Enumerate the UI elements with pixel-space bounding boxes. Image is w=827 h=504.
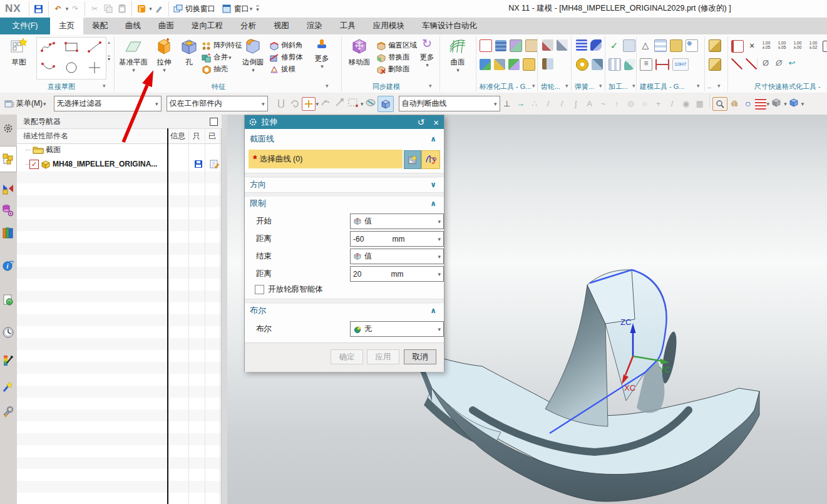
wireframe-view-icon[interactable]: [787, 98, 801, 110]
start-type-combo[interactable]: 值 ▾: [350, 213, 444, 229]
node-diagram-icon[interactable]: [686, 39, 698, 52]
grid-warn-icon[interactable]: [654, 39, 667, 52]
part-navigator-tab[interactable]: [0, 200, 16, 221]
open-profile-row[interactable]: 开放轮廓智能体: [255, 284, 323, 295]
extrude-dropdown-icon[interactable]: ▾: [163, 67, 166, 73]
start-distance-input[interactable]: -60 mm ▾: [350, 231, 444, 247]
line-icon[interactable]: [86, 39, 103, 56]
validate-check-icon[interactable]: ✓: [609, 40, 620, 51]
gc-tools-launcher-icon[interactable]: ▾: [532, 83, 535, 89]
save-icon[interactable]: [33, 2, 45, 16]
layered-doc-icon[interactable]: [510, 39, 522, 52]
shell-button[interactable]: 抽壳: [202, 63, 242, 75]
gold-box2-icon[interactable]: [709, 58, 721, 71]
stop-at-intersection-icon[interactable]: ⊥: [500, 99, 514, 108]
window-icon[interactable]: [221, 2, 234, 16]
machining-launcher-icon[interactable]: ▾: [632, 83, 635, 89]
format-brush-icon[interactable]: [153, 2, 165, 16]
selection-filter-combo[interactable]: 无选择过滤器▾: [54, 96, 162, 111]
part-checkbox[interactable]: ✓: [29, 160, 39, 169]
radius-ref-slash-icon[interactable]: [746, 58, 758, 69]
tab-tools[interactable]: 工具: [331, 18, 364, 34]
tab-assemblies[interactable]: 装配: [83, 18, 116, 34]
find-in-window-icon[interactable]: [712, 97, 727, 111]
check-arrows-icon[interactable]: [480, 59, 491, 70]
boolean-header[interactable]: 布尔 ∧: [250, 303, 439, 317]
gear-pen-icon[interactable]: [542, 39, 553, 51]
tab-render[interactable]: 渲染: [298, 18, 331, 34]
col-read-only[interactable]: 只: [193, 131, 200, 141]
datum-plane-button[interactable]: 基准平面 ▾: [116, 37, 150, 82]
sketch-section-button[interactable]: [404, 150, 421, 169]
hole-button[interactable]: 孔: [178, 37, 200, 82]
history-palette-tab[interactable]: [0, 289, 16, 311]
spring-coil-icon[interactable]: [576, 39, 587, 51]
window-style-icon[interactable]: [135, 2, 148, 16]
paint-axe-icon[interactable]: [494, 59, 505, 70]
limits-collapse-icon[interactable]: ∧: [430, 199, 439, 208]
undo-dropdown-icon[interactable]: ▾: [66, 6, 69, 12]
curve-select-button[interactable]: [421, 150, 440, 169]
tolerance-4-icon[interactable]: 1.00±.02: [807, 39, 819, 53]
modeling-tools-launcher-icon[interactable]: ▾: [697, 83, 700, 89]
visual-reports-tab[interactable]: [0, 350, 16, 371]
menu-button[interactable]: 菜单(M): [16, 98, 43, 109]
chamfer-button[interactable]: 倒斜角: [269, 39, 303, 51]
end-distance-input[interactable]: 20 mm ▾: [350, 266, 444, 282]
selection-scope-combo[interactable]: 仅在工作部件内▾: [167, 96, 268, 111]
roles-gear-icon[interactable]: [0, 118, 16, 139]
tolerance-10h7-icon[interactable]: 10H7: [672, 58, 689, 71]
window-style-dropdown-icon[interactable]: ▾: [149, 6, 152, 12]
radius-slash-icon[interactable]: [731, 58, 742, 69]
sync-dialog-launcher-icon[interactable]: ▾: [429, 83, 432, 89]
layer-stack-icon[interactable]: [495, 40, 506, 51]
customer-defaults-tools-tab[interactable]: [0, 401, 16, 423]
tab-curve[interactable]: 曲线: [116, 18, 150, 34]
folder-add-icon[interactable]: [670, 39, 682, 52]
constraint-navigator-tab[interactable]: [0, 178, 16, 200]
fan-axes-icon[interactable]: [624, 59, 635, 70]
clear-format-icon[interactable]: ×: [823, 41, 827, 52]
trim-body-button[interactable]: 修剪体: [269, 51, 303, 63]
follow-fillet-icon[interactable]: →: [514, 99, 528, 108]
tolerance-2-icon[interactable]: 1.00±.05: [776, 39, 788, 53]
menu-icon[interactable]: [3, 97, 16, 111]
column-splitter-name[interactable]: [167, 128, 168, 504]
tolerance-3-icon[interactable]: 1.00±.00: [791, 39, 804, 53]
delete-face-button[interactable]: 删除面: [376, 63, 417, 75]
part-modified-icon[interactable]: [210, 160, 219, 168]
undo-format-icon[interactable]: ↩: [787, 58, 797, 69]
tab-application[interactable]: 应用模块: [364, 18, 413, 34]
gear-eraser-icon[interactable]: [557, 39, 568, 51]
reuse-library-tab[interactable]: [0, 222, 16, 244]
col-modified[interactable]: 已: [208, 131, 216, 141]
tree-row-part[interactable]: ✓ MH48_IMPELLER_ORIGINA...: [17, 157, 221, 172]
section-line-header[interactable]: 截面线 ∧: [250, 132, 439, 146]
datum-plane-dropdown-icon[interactable]: ▾: [132, 67, 135, 73]
tolerance-1-icon[interactable]: 1.00±.05: [760, 39, 773, 53]
limits-header[interactable]: 限制 ∧: [250, 196, 439, 210]
dialog-settings-gear-icon[interactable]: [249, 118, 257, 126]
switch-window-button[interactable]: 切换窗口: [185, 4, 215, 14]
tree-empty-area[interactable]: [17, 172, 221, 504]
gear-launcher-icon[interactable]: ▾: [565, 83, 568, 89]
diameter-slash2-icon[interactable]: Ø: [774, 58, 784, 69]
tree-row-sections[interactable]: 截面: [17, 143, 221, 157]
replace-face-button[interactable]: 替换面: [376, 51, 417, 63]
work-section-toggle-icon[interactable]: [378, 96, 394, 112]
rectangle-icon[interactable]: [63, 39, 80, 56]
pan-hand-icon[interactable]: [727, 98, 741, 110]
part-module-wand-tab[interactable]: [0, 376, 16, 398]
feature-more-button[interactable]: 更多 ▾: [308, 37, 336, 82]
select-curve-field[interactable]: * 选择曲线 (0): [249, 150, 403, 168]
feature-dialog-launcher-icon[interactable]: ▾: [326, 83, 329, 89]
surface-dropdown-icon[interactable]: ▾: [456, 67, 460, 73]
dialog-close-icon[interactable]: ×: [428, 117, 444, 128]
wireframe-view-dropdown-icon[interactable]: ▾: [801, 101, 804, 107]
extrude-dialog-title-bar[interactable]: 拉伸 ↺ ×: [245, 115, 444, 129]
box-table-icon[interactable]: [523, 58, 535, 71]
sync-more-dropdown-icon[interactable]: ▾: [426, 62, 429, 68]
undo-icon[interactable]: ↶: [52, 2, 64, 16]
tab-home[interactable]: 主页: [50, 18, 83, 34]
feature-more-dropdown-icon[interactable]: ▾: [321, 63, 324, 69]
